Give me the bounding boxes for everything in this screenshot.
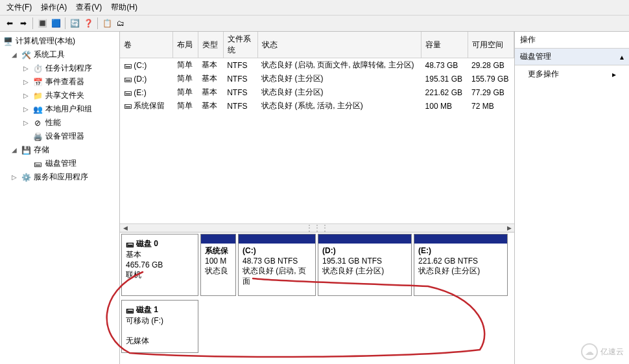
tree-perf-label: 性能 — [45, 117, 61, 128]
view-icon[interactable]: 🔳 — [36, 17, 48, 29]
disk1-title: 磁盘 1 — [136, 304, 158, 315]
table-row[interactable]: 🖴 (E:) 简单 基本 NTFS 状态良好 (主分区) 221.62 GB 7… — [120, 85, 514, 99]
computer-icon: 🖥️ — [3, 36, 13, 47]
tree-perf[interactable]: ▷ ⊘ 性能 — [0, 116, 119, 130]
vol-cap: 100 MB — [421, 99, 468, 113]
expander-icon[interactable]: ▷ — [23, 78, 30, 85]
services-icon: ⚙️ — [21, 172, 31, 183]
help-icon[interactable]: ❓ — [82, 17, 94, 29]
part-status: 状态良好 (主分区) — [322, 266, 384, 275]
disk1-row[interactable]: 🖴磁盘 1 可移动 (F:) 无媒体 — [121, 300, 513, 353]
expander-icon[interactable]: ▷ — [23, 106, 30, 113]
disk0-header[interactable]: 🖴磁盘 0 基本 465.76 GB 联机 — [121, 234, 198, 296]
tree-storage-label: 存储 — [34, 144, 49, 155]
tool-icon[interactable]: 📋 — [101, 17, 113, 29]
clock-icon: ⏱️ — [32, 63, 43, 74]
part-name: (E:) — [418, 246, 431, 255]
nav-forward-icon[interactable]: ➡ — [18, 17, 29, 29]
vol-free: 72 MB — [468, 99, 514, 113]
partition-cap — [201, 234, 235, 244]
expander-icon[interactable]: ▷ — [23, 65, 30, 72]
menu-help[interactable]: 帮助(H) — [111, 2, 137, 13]
disk-graphic-area: 🖴磁盘 0 基本 465.76 GB 联机 系统保 100 M 状态良 (C:)… — [120, 233, 514, 364]
view2-icon[interactable]: 🟦 — [50, 17, 62, 29]
tree-shared-label: 共享文件夹 — [45, 90, 84, 101]
menu-action[interactable]: 操作(A) — [41, 2, 67, 13]
col-free[interactable]: 可用空间 — [468, 32, 514, 58]
tree-tasksched-label: 任务计划程序 — [45, 63, 92, 74]
disk1-header[interactable]: 🖴磁盘 1 可移动 (F:) 无媒体 — [121, 300, 198, 353]
scroll-right-icon[interactable]: ▶ — [504, 224, 514, 232]
vol-layout: 简单 — [173, 85, 198, 99]
tree-devmgr[interactable]: 🖨️ 设备管理器 — [0, 130, 119, 143]
tool2-icon[interactable]: 🗂 — [115, 17, 126, 29]
tree-storage[interactable]: ◢ 💾 存储 — [0, 143, 119, 157]
menubar: 文件(F) 操作(A) 查看(V) 帮助(H) — [0, 0, 629, 16]
tree-shared[interactable]: ▷ 📁 共享文件夹 — [0, 89, 119, 102]
volume-icon: 🖴 — [124, 74, 132, 84]
disk0-row[interactable]: 🖴磁盘 0 基本 465.76 GB 联机 系统保 100 M 状态良 (C:)… — [121, 234, 513, 296]
part-name: 系统保 — [205, 246, 228, 255]
tree-pane[interactable]: 🖥️ 计算机管理(本地) ◢ 🛠️ 系统工具 ▷ ⏱️ 任务计划程序 ▷ 📅 事… — [0, 32, 120, 364]
actions-sub-label: 磁盘管理 — [520, 51, 551, 62]
col-cap[interactable]: 容量 — [421, 32, 468, 58]
disk-icon: 🖴 — [32, 159, 43, 169]
tree-diskmgmt[interactable]: 🖴 磁盘管理 — [0, 157, 119, 170]
col-status[interactable]: 状态 — [257, 32, 421, 58]
partition-box[interactable]: 系统保 100 M 状态良 — [200, 234, 236, 296]
tree-services[interactable]: ▷ ⚙️ 服务和应用程序 — [0, 170, 119, 184]
refresh-icon[interactable]: 🔄 — [69, 17, 80, 29]
scroll-left-icon[interactable]: ◀ — [120, 224, 130, 232]
expander-icon[interactable]: ◢ — [12, 51, 18, 58]
vol-fs: NTFS — [223, 85, 257, 99]
users-icon: 👥 — [32, 104, 43, 115]
volume-icon: 🖴 — [124, 88, 132, 97]
partition-box[interactable]: (C:) 48.73 GB NTFS 状态良好 (启动, 页面 — [238, 234, 316, 296]
vol-name: 🖴 系统保留 — [120, 99, 173, 113]
partition-box[interactable]: (E:) 221.62 GB NTFS 状态良好 (主分区) — [414, 234, 508, 296]
vol-status: 状态良好 (系统, 活动, 主分区) — [257, 99, 421, 113]
scroll-thumb[interactable]: ⋮⋮⋮ — [130, 223, 504, 233]
menu-view[interactable]: 查看(V) — [76, 2, 102, 13]
watermark-icon: ☁ — [581, 343, 598, 360]
expander-icon[interactable]: ◢ — [12, 146, 18, 154]
tree-root[interactable]: 🖥️ 计算机管理(本地) — [0, 34, 119, 48]
tree-tasksched[interactable]: ▷ ⏱️ 任务计划程序 — [0, 62, 119, 75]
expander-icon[interactable]: ▷ — [23, 92, 30, 99]
partition-box[interactable]: (D:) 195.31 GB NTFS 状态良好 (主分区) — [318, 234, 412, 296]
folder-icon: 📁 — [32, 91, 43, 101]
part-name: (C:) — [243, 246, 256, 255]
actions-pane: 操作 磁盘管理 ▴ 更多操作 ▸ — [515, 32, 629, 364]
nav-back-icon[interactable]: ⬅ — [4, 17, 16, 29]
part-name: (D:) — [322, 246, 336, 255]
vol-name: 🖴 (D:) — [120, 72, 173, 85]
tree-systools[interactable]: ◢ 🛠️ 系统工具 — [0, 48, 119, 62]
tree-diskmgmt-label: 磁盘管理 — [45, 158, 77, 169]
volume-table[interactable]: 卷 布局 类型 文件系统 状态 容量 可用空间 🖴 (C:) 简单 基本 NTF… — [120, 32, 514, 223]
part-size: 100 M — [205, 256, 226, 266]
chevron-up-icon[interactable]: ▴ — [620, 52, 624, 62]
table-row[interactable]: 🖴 (D:) 简单 基本 NTFS 状态良好 (主分区) 195.31 GB 1… — [120, 72, 514, 85]
expander-icon[interactable]: ▷ — [23, 119, 30, 126]
actions-subheader[interactable]: 磁盘管理 ▴ — [515, 49, 629, 65]
perf-icon: ⊘ — [32, 118, 43, 128]
actions-more[interactable]: 更多操作 ▸ — [515, 65, 629, 83]
disk-icon: 🖴 — [126, 306, 134, 315]
tree-localusers-label: 本地用户和组 — [45, 104, 92, 115]
tree-eventviewer[interactable]: ▷ 📅 事件查看器 — [0, 75, 119, 89]
col-vol[interactable]: 卷 — [120, 32, 173, 58]
vol-status: 状态良好 (启动, 页面文件, 故障转储, 主分区) — [257, 58, 421, 73]
watermark: ☁ 亿速云 — [581, 343, 624, 360]
menu-file[interactable]: 文件(F) — [6, 2, 32, 13]
tree-localusers[interactable]: ▷ 👥 本地用户和组 — [0, 102, 119, 116]
volume-icon: 🖴 — [124, 61, 132, 70]
col-fs[interactable]: 文件系统 — [223, 32, 257, 58]
col-layout[interactable]: 布局 — [173, 32, 198, 58]
scrollbar-horizontal[interactable]: ◀ ⋮⋮⋮ ▶ — [120, 223, 514, 233]
table-row[interactable]: 🖴 (C:) 简单 基本 NTFS 状态良好 (启动, 页面文件, 故障转储, … — [120, 58, 514, 73]
col-type[interactable]: 类型 — [198, 32, 223, 58]
table-row[interactable]: 🖴 系统保留 简单 基本 NTFS 状态良好 (系统, 活动, 主分区) 100… — [120, 99, 514, 113]
part-status: 状态良 — [205, 266, 228, 275]
partition-cap — [414, 234, 507, 244]
expander-icon[interactable]: ▷ — [12, 174, 18, 181]
